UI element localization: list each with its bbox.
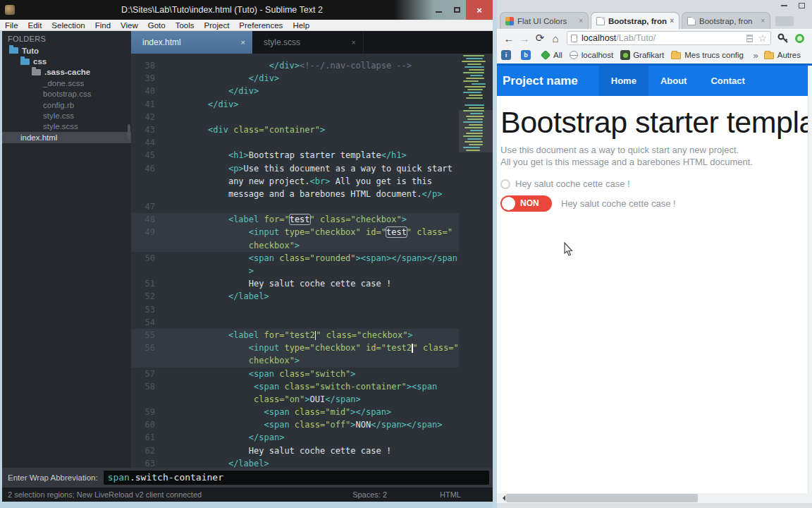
sidebar-item-tuto[interactable]: Tuto — [2, 45, 131, 56]
menu-project[interactable]: Project — [199, 21, 235, 30]
bookmark-mes-trucs-config[interactable]: Mes trucs config — [671, 51, 744, 59]
close-button[interactable]: × — [466, 0, 493, 20]
code-line[interactable]: 38 </div><!--/.nav-collapse --> — [131, 59, 493, 72]
bookmark-grafikart[interactable]: Grafikart — [620, 50, 664, 60]
sidebar-item-style-scss[interactable]: style.scss — [2, 121, 131, 132]
tab-close-icon[interactable]: × — [352, 38, 356, 47]
livereload-icon[interactable] — [795, 34, 804, 43]
minimap-viewport[interactable] — [459, 110, 493, 152]
sidebar-item-config-rb[interactable]: config.rb — [2, 99, 131, 110]
reading-list-icon[interactable] — [746, 35, 753, 42]
editor-tab-style.scss[interactable]: style.scss× — [252, 31, 364, 54]
tab-close-icon[interactable]: × — [579, 17, 583, 25]
nav-link-contact[interactable]: Contact — [699, 66, 756, 96]
navbar-brand[interactable]: Project name — [497, 74, 578, 88]
chrome-maximize-button[interactable] — [799, 3, 805, 8]
maximize-button[interactable] — [448, 0, 466, 20]
code-line[interactable]: checkbox"> — [131, 354, 493, 367]
indent-setting[interactable]: Spaces: 2 — [352, 490, 387, 499]
code-line[interactable]: any new project.<br> All you get is this — [131, 175, 493, 188]
menu-file[interactable]: File — [0, 21, 23, 30]
code-line[interactable]: 59 <span class="mid"></span> — [131, 406, 493, 418]
checkbox-circle[interactable] — [500, 179, 510, 189]
code-line[interactable]: 57 <span class="switch"> — [131, 368, 493, 380]
browser-tab[interactable]: Bootstrap, fron× — [591, 12, 679, 29]
code-line[interactable]: 63 </label> — [131, 457, 493, 468]
sidebar-item-index-html[interactable]: index.html — [2, 132, 131, 143]
code-line[interactable]: 45 <h1>Bootstrap starter template</h1> — [131, 149, 493, 162]
editor-tab-index.html[interactable]: index.html× — [131, 31, 252, 54]
bookmark-all[interactable]: All — [541, 50, 562, 60]
forward-button[interactable]: → — [517, 32, 532, 44]
key-icon[interactable] — [777, 32, 789, 44]
bookmark-b[interactable]: b — [521, 50, 534, 60]
menu-edit[interactable]: Edit — [23, 21, 47, 30]
code-line[interactable]: 53 — [131, 303, 493, 316]
menu-preferences[interactable]: Preferences — [234, 21, 288, 30]
code-line[interactable]: 40 </div> — [131, 85, 493, 97]
sidebar-item-css[interactable]: css — [2, 56, 131, 66]
code-line[interactable]: checkbox"> — [131, 239, 493, 252]
code-line[interactable]: 41 </div> — [131, 98, 493, 111]
code-line[interactable]: 39 </div> — [131, 72, 493, 85]
tab-close-icon[interactable]: × — [670, 17, 674, 25]
menu-selection[interactable]: Selection — [47, 21, 90, 30]
code-line[interactable]: 61 </span> — [131, 431, 493, 444]
nav-link-home[interactable]: Home — [599, 66, 648, 96]
minimap[interactable] — [459, 54, 493, 468]
code-line[interactable]: 54 — [131, 316, 493, 329]
code-line[interactable]: 47 — [131, 200, 493, 213]
menu-help[interactable]: Help — [288, 21, 314, 30]
chrome-minimize-button[interactable] — [781, 5, 787, 6]
address-bar[interactable]: localhost/Lab/Tuto/ ☆ — [567, 31, 771, 45]
code-line[interactable]: 44 — [131, 136, 493, 149]
code-line[interactable]: class="on">OUI</span> — [131, 393, 493, 406]
nav-link-about[interactable]: About — [648, 66, 699, 96]
sidebar-item-bootstrap-css[interactable]: bootstrap.css — [2, 89, 131, 99]
menu-view[interactable]: View — [116, 21, 143, 30]
menu-tools[interactable]: Tools — [171, 21, 199, 30]
browser-tab[interactable]: Bootstrap, fron× — [682, 12, 770, 29]
tab-close-icon[interactable]: × — [241, 38, 245, 47]
code-line[interactable]: 49 <input type="checkbox" id="test" clas… — [131, 226, 493, 238]
bookmark-autres[interactable]: Autres — [764, 51, 801, 59]
browser-tab[interactable]: Flat UI Colors× — [500, 12, 589, 29]
sidebar-scrollbar[interactable] — [128, 124, 130, 140]
code-line[interactable]: message and a barebones HTML document.</… — [131, 188, 493, 200]
code-line[interactable]: 60 <span class="off">NON</span></span> — [131, 418, 493, 431]
home-button[interactable]: ⌂ — [548, 32, 563, 44]
bookmarks-overflow-chevron[interactable]: » — [753, 50, 758, 61]
minimize-button[interactable] — [429, 0, 448, 20]
code-line[interactable]: 52 </label> — [131, 290, 493, 303]
scrollbar-thumb[interactable] — [506, 494, 698, 502]
sidebar-item--done-scss[interactable]: _done.scss — [2, 78, 131, 88]
code-line[interactable]: 50 <span class="rounded"><span></span></… — [131, 252, 493, 265]
vertical-scrollbar[interactable] — [808, 66, 812, 493]
bookmark-person[interactable]: i — [501, 50, 514, 60]
bookmark-star-icon[interactable]: ☆ — [758, 33, 767, 43]
wrap-abbreviation-input[interactable]: span.switch-container — [104, 471, 489, 485]
code-line[interactable]: 46 <p>Use this document as a way to quic… — [131, 162, 493, 175]
code-line[interactable]: 58 <span class="switch-container"><span — [131, 380, 493, 393]
code-line[interactable]: 48 <label for="test" class="checkbox"> — [131, 213, 493, 226]
code-line[interactable]: 43 <div class="container"> — [131, 123, 493, 136]
refresh-button[interactable]: ⟳ — [532, 32, 548, 44]
scroll-left-arrow[interactable] — [500, 495, 505, 501]
sidebar-item-style-css[interactable]: style.css — [2, 110, 131, 121]
code-line[interactable]: 62 Hey salut coche cette case ! — [131, 445, 493, 457]
code-line[interactable]: 55 <label for="test2" class="checkbox"> — [131, 329, 493, 341]
back-button[interactable]: ← — [501, 32, 517, 44]
sidebar-item--sass-cache[interactable]: .sass-cache — [2, 67, 131, 78]
menu-find[interactable]: Find — [90, 21, 116, 30]
code-editor[interactable]: 38 </div><!--/.nav-collapse -->39 </div>… — [131, 54, 493, 468]
sublime-titlebar[interactable]: D:\Sites\Lab\Tuto\index.html (Tuto) - Su… — [0, 0, 493, 20]
toggle-switch[interactable]: NON — [500, 195, 552, 212]
code-line[interactable]: > — [131, 265, 493, 277]
syntax-setting[interactable]: HTML — [440, 490, 461, 499]
menu-goto[interactable]: Goto — [143, 21, 171, 30]
bookmark-localhost[interactable]: localhost — [570, 51, 613, 59]
code-line[interactable]: 42 — [131, 111, 493, 123]
code-line[interactable]: 51 Hey salut coche cette case ! — [131, 277, 493, 290]
horizontal-scrollbar[interactable] — [497, 493, 812, 503]
tab-close-icon[interactable]: × — [761, 17, 765, 25]
